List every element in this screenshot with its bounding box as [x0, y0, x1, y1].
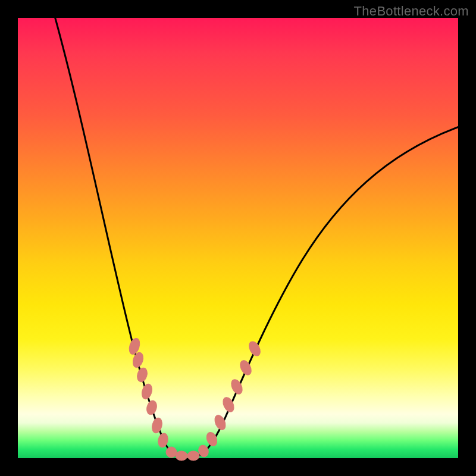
svg-point-9: [187, 451, 199, 461]
svg-point-8: [176, 451, 187, 461]
plot-area: [18, 18, 458, 458]
curve-layer: [18, 18, 458, 458]
svg-point-4: [145, 399, 158, 415]
svg-point-5: [151, 416, 164, 434]
right-curve: [196, 125, 464, 456]
svg-point-2: [136, 367, 149, 383]
chart-container: TheBottleneck.com: [0, 0, 476, 476]
watermark-text: TheBottleneck.com: [354, 4, 469, 19]
svg-point-3: [140, 383, 154, 400]
svg-point-7: [166, 447, 177, 458]
marker-group: [127, 337, 262, 461]
svg-point-16: [247, 340, 262, 358]
svg-point-15: [238, 359, 253, 377]
left-curve: [54, 12, 180, 456]
